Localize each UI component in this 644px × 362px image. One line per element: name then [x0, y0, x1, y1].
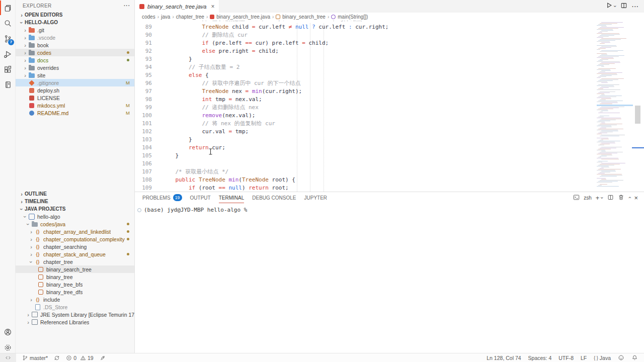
file-deploy-sh[interactable]: deploy.sh: [16, 86, 134, 94]
encoding[interactable]: UTF-8: [558, 355, 574, 361]
file-git[interactable]: ›.git: [16, 26, 134, 34]
extensions-icon[interactable]: [0, 62, 15, 77]
tab-terminal[interactable]: TERMINAL: [219, 192, 245, 203]
explorer-icon[interactable]: [0, 1, 15, 16]
section-java-projects[interactable]: › JAVA PROJECTS: [16, 205, 134, 213]
java-include[interactable]: ›{}include: [16, 296, 134, 303]
code-line-107[interactable]: 107 /* 获取最小结点 */: [135, 168, 644, 176]
eol-sequence[interactable]: LF: [581, 355, 587, 361]
explorer-more-actions-icon[interactable]: ···: [124, 3, 130, 9]
java-chapter-computational-complexity[interactable]: ›{}chapter_computational_complexity: [16, 235, 134, 243]
code-line-90[interactable]: 90 // 删除结点 cur: [135, 31, 644, 39]
item-label: chapter_stack_and_queue: [43, 251, 106, 257]
code-line-94[interactable]: 94 // 子结点数量 = 2: [135, 63, 644, 71]
tab-problems[interactable]: PROBLEMS 19: [142, 192, 182, 203]
code-editor[interactable]: 88 // 当子结点数量 = 0 / 1 时， child = null / 该…: [135, 13, 644, 192]
java-chapter-array-and-linkedlist[interactable]: ›{}chapter_array_and_linkedlist: [16, 228, 134, 235]
run-java-button[interactable]: [605, 2, 613, 11]
feedback-smiley-icon[interactable]: [618, 354, 624, 362]
breadcrumb-file[interactable]: binary_search_tree.java: [216, 14, 270, 20]
java-ds-store[interactable]: .DS_Store: [16, 303, 134, 311]
code-line-96[interactable]: 96 // 获取中序遍历中 cur 的下一个结点: [135, 79, 644, 87]
java-binary-search-tree[interactable]: binary_search_tree: [16, 265, 134, 273]
code-line-98[interactable]: 98 int tmp = nex.val;: [135, 96, 644, 104]
run-dropdown-chevron-icon[interactable]: ›: [612, 6, 618, 7]
run-debug-icon[interactable]: [0, 46, 15, 61]
file-vscode[interactable]: ›.vscode: [16, 34, 134, 41]
java-jre-system-library-eclipse-temurin-17-17[interactable]: ›JRE System Library [Eclipse Temurin 17 …: [16, 311, 134, 318]
breadcrumb-codes[interactable]: codes: [142, 14, 155, 20]
breadcrumb-class[interactable]: binary_search_tree: [282, 14, 326, 20]
indentation[interactable]: Spaces: 4: [528, 355, 552, 361]
code-line-101[interactable]: 101 // 将 nex 的值复制给 cur: [135, 120, 644, 128]
file-tree: ›.git›.vscode›book›codes›docs›overrides›…: [16, 26, 134, 117]
modified-dot-icon: [127, 253, 129, 255]
code-line-109[interactable]: 109 if (root == null) return root;: [135, 184, 644, 192]
split-terminal-icon[interactable]: [607, 194, 614, 202]
file-book[interactable]: ›book: [16, 41, 134, 49]
tab-binary-search-tree[interactable]: binary_search_tree.java ×: [135, 0, 219, 13]
section-timeline[interactable]: › TIMELINE: [16, 198, 134, 205]
item-label: chapter_searching: [43, 244, 87, 250]
file-readme-md[interactable]: README.mdM: [16, 109, 134, 117]
notifications-bell-icon[interactable]: [631, 354, 638, 362]
problems-item[interactable]: 0 19: [66, 355, 94, 361]
java-referenced-libraries[interactable]: ›Referenced Libraries: [16, 318, 134, 326]
launch-item[interactable]: [100, 355, 106, 361]
file-license[interactable]: LICENSE: [16, 94, 134, 102]
git-branch-item[interactable]: master*: [22, 355, 48, 361]
java-chapter-searching[interactable]: ›{}chapter_searching: [16, 243, 134, 250]
section-outline[interactable]: › OUTLINE: [16, 190, 134, 198]
code-line-91[interactable]: 91 if (pre.left == cur) pre.left = child…: [135, 39, 644, 47]
code-line-93[interactable]: 93 }: [135, 55, 644, 63]
breadcrumb-java[interactable]: java: [161, 14, 170, 20]
java-binary-tree-dfs[interactable]: binary_tree_dfs: [16, 288, 134, 296]
split-editor-icon[interactable]: [620, 2, 627, 11]
code-line-103[interactable]: 103 }: [135, 136, 644, 144]
code-line-108[interactable]: 108 public TreeNode min(TreeNode root) {: [135, 176, 644, 184]
section-open-editors[interactable]: › OPEN EDITORS: [16, 11, 134, 19]
breadcrumb-chapter-tree[interactable]: chapter_tree: [176, 14, 204, 20]
tab-debug-console[interactable]: DEBUG CONSOLE: [252, 192, 296, 203]
cursor-position[interactable]: Ln 128, Col 74: [487, 355, 521, 361]
notebook-icon[interactable]: [0, 77, 15, 92]
maximize-panel-icon[interactable]: ›: [626, 197, 632, 199]
shell-label[interactable]: zsh: [584, 195, 592, 201]
remote-indicator[interactable]: [0, 353, 16, 362]
file-site[interactable]: ›site: [16, 71, 134, 79]
close-tab-icon[interactable]: ×: [211, 3, 214, 10]
file-codes[interactable]: ›codes: [16, 49, 134, 56]
breadcrumb-method[interactable]: main(String[]): [338, 14, 368, 20]
code-line-95[interactable]: 95 else {: [135, 71, 644, 79]
code-line-100[interactable]: 100 remove(nex.val);: [135, 112, 644, 120]
code-line-102[interactable]: 102 cur.val = tmp;: [135, 128, 644, 136]
java-binary-tree[interactable]: binary_tree: [16, 273, 134, 281]
kill-terminal-icon[interactable]: [618, 194, 624, 202]
java-binary-tree-bfs[interactable]: binary_tree_bfs: [16, 281, 134, 288]
tab-jupyter[interactable]: JUPYTER: [304, 192, 328, 203]
language-mode[interactable]: { } Java: [594, 355, 611, 361]
file-mkdocs-yml[interactable]: mkdocs.ymlM: [16, 102, 134, 109]
source-control-icon[interactable]: 7: [0, 31, 15, 46]
code-line-99[interactable]: 99 // 递归删除结点 nex: [135, 104, 644, 112]
java-codes-java[interactable]: ›codes/java: [16, 220, 134, 228]
close-panel-icon[interactable]: ×: [634, 194, 638, 202]
java-chapter-stack-and-queue[interactable]: ›{}chapter_stack_and_queue: [16, 250, 134, 258]
account-icon[interactable]: [0, 324, 15, 339]
file-overrides[interactable]: ›overrides: [16, 64, 134, 71]
code-line-92[interactable]: 92 else pre.right = child;: [135, 47, 644, 55]
code-line-97[interactable]: 97 TreeNode nex = min(cur.right);: [135, 87, 644, 96]
code-line-106[interactable]: 106: [135, 160, 644, 168]
java-hello-algo[interactable]: ›hello-algo: [16, 213, 134, 220]
terminal-dropdown-chevron-icon[interactable]: ›: [600, 197, 605, 198]
tab-output[interactable]: OUTPUT: [190, 192, 211, 203]
file-gitignore[interactable]: .gitignoreM: [16, 79, 134, 86]
file-docs[interactable]: ›docs: [16, 56, 134, 64]
section-root-folder[interactable]: › HELLO-ALGO: [16, 19, 134, 26]
code-line-89[interactable]: 89 TreeNode child = cur.left ≠ null ? cu…: [135, 23, 644, 31]
search-icon[interactable]: [0, 16, 15, 31]
sync-item[interactable]: [54, 355, 60, 361]
terminal-content[interactable]: (base) jyd@JYD-MBP hello-algo %: [135, 207, 644, 213]
java-chapter-tree[interactable]: ›{}chapter_tree: [16, 258, 134, 265]
more-actions-icon[interactable]: ···: [632, 4, 639, 10]
